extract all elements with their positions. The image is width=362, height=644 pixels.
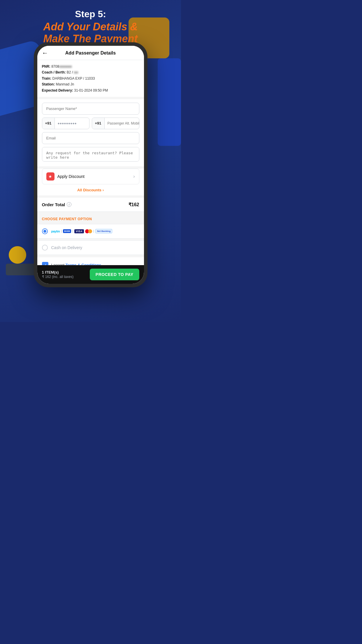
bg-shape-3 — [158, 58, 181, 146]
cod-label: Cash on Delivery — [51, 245, 82, 250]
order-total-label: Order Total — [42, 202, 65, 207]
phone-row: +91 +91 — [42, 118, 139, 129]
step-title: Add Your Details &Make The Payment — [0, 21, 181, 45]
bottom-bar: 1 ITEM(s) ₹ 162 (inc. all taxes) PROCEED… — [37, 265, 144, 284]
train-value: DARBHANGA EXP / 11033 — [52, 76, 95, 80]
payment-logos: paytm | BHIM | VISA | Net Banking — [51, 229, 113, 234]
all-discounts-row: All Discounts › — [42, 184, 139, 195]
pnr-row: PNR: 8708●●●●●● — [42, 64, 139, 69]
visa-logo: VISA — [74, 229, 84, 233]
proceed-to-pay-button[interactable]: PROCEED TO PAY — [90, 269, 139, 280]
phone-screen: ← Add Passenger Details PNR: 8708●●●●●● … — [37, 46, 144, 284]
apply-discount-button[interactable]: ★ Apply Discount › — [42, 169, 139, 184]
header: Step 5: Add Your Details &Make The Payme… — [0, 9, 181, 45]
divider-3: | — [93, 230, 94, 233]
mastercard-logo — [85, 229, 92, 234]
passenger-name-input[interactable] — [42, 103, 139, 115]
online-payment-option[interactable]: paytm | BHIM | VISA | Net Banking — [37, 224, 144, 239]
pnr-value: 8708●●●●●● — [51, 64, 72, 69]
discount-section: ★ Apply Discount › All Discounts › — [37, 169, 144, 195]
divider-1: | — [61, 230, 62, 233]
primary-phone-input[interactable] — [55, 118, 89, 129]
mc-yellow — [88, 229, 92, 233]
train-row: Train: DARBHANGA EXP / 11033 — [42, 76, 139, 81]
station-label: Station: — [42, 82, 55, 86]
discount-icon: ★ — [46, 172, 55, 181]
discount-label: Apply Discount — [57, 174, 133, 179]
coach-label: Coach / Berth: — [42, 70, 66, 74]
cart-price-label: ₹ 162 (inc. all taxes) — [42, 275, 74, 279]
app-navbar: ← Add Passenger Details — [37, 46, 144, 60]
online-radio[interactable] — [42, 228, 48, 234]
order-info-icon[interactable]: i — [67, 202, 71, 207]
form-section: +91 +91 — [37, 99, 144, 166]
email-input[interactable] — [42, 132, 139, 144]
netbanking-logo: Net Banking — [95, 229, 113, 233]
alt-phone-group: +91 — [92, 118, 139, 129]
order-total-section: Order Total i ₹162 — [37, 198, 144, 212]
divider-2: | — [72, 230, 73, 233]
bg-shape-4 — [9, 246, 26, 264]
radio-inner — [43, 230, 46, 233]
request-textarea[interactable] — [42, 147, 139, 162]
primary-phone-group: +91 — [42, 118, 89, 129]
all-discounts-link[interactable]: All Discounts › — [77, 188, 104, 192]
phone-frame: ← Add Passenger Details PNR: 8708●●●●●● … — [34, 42, 147, 287]
cod-radio[interactable] — [42, 245, 48, 251]
alt-country-code: +91 — [92, 118, 105, 129]
step-label: Step 5: — [0, 9, 181, 20]
back-button[interactable]: ← — [42, 50, 48, 56]
cod-payment-option[interactable]: Cash on Delivery — [37, 240, 144, 255]
delivery-value: 31-01-2024 09:50 PM — [74, 88, 108, 92]
coach-row: Coach / Berth: B2 / ●● — [42, 69, 139, 75]
alt-phone-input[interactable] — [105, 118, 139, 129]
payment-header: CHOOSE PAYMENT OPTION — [37, 214, 144, 224]
delivery-row: Expected Delivery: 31-01-2024 09:50 PM — [42, 88, 139, 93]
all-discounts-label: All Discounts — [77, 188, 101, 192]
cart-info: 1 ITEM(s) ₹ 162 (inc. all taxes) — [42, 270, 74, 279]
pnr-label: PNR: — [42, 64, 50, 69]
bhim-logo: BHIM — [63, 229, 71, 233]
app-content: ← Add Passenger Details PNR: 8708●●●●●● … — [37, 46, 144, 284]
navbar-title: Add Passenger Details — [51, 50, 130, 56]
station-value: Manmad Jn — [56, 82, 74, 86]
order-total-left: Order Total i — [42, 202, 72, 207]
netbanking-label: Net Banking — [97, 230, 111, 232]
payment-section: CHOOSE PAYMENT OPTION paytm | BHIM | VIS… — [37, 214, 144, 255]
delivery-label: Expected Delivery: — [42, 88, 73, 92]
coach-value: B2 / ●● — [67, 70, 78, 74]
primary-country-code: +91 — [42, 118, 55, 129]
booking-info-section: PNR: 8708●●●●●● Coach / Berth: B2 / ●● T… — [37, 60, 144, 97]
train-label: Train: — [42, 76, 52, 80]
order-total-amount: ₹162 — [129, 202, 139, 207]
all-discounts-arrow: › — [103, 188, 104, 192]
paytm-logo: paytm — [51, 230, 60, 233]
discount-arrow: › — [133, 174, 135, 179]
cart-items-label: 1 ITEM(s) — [42, 270, 74, 274]
station-row: Station: Manmad Jn — [42, 81, 139, 87]
